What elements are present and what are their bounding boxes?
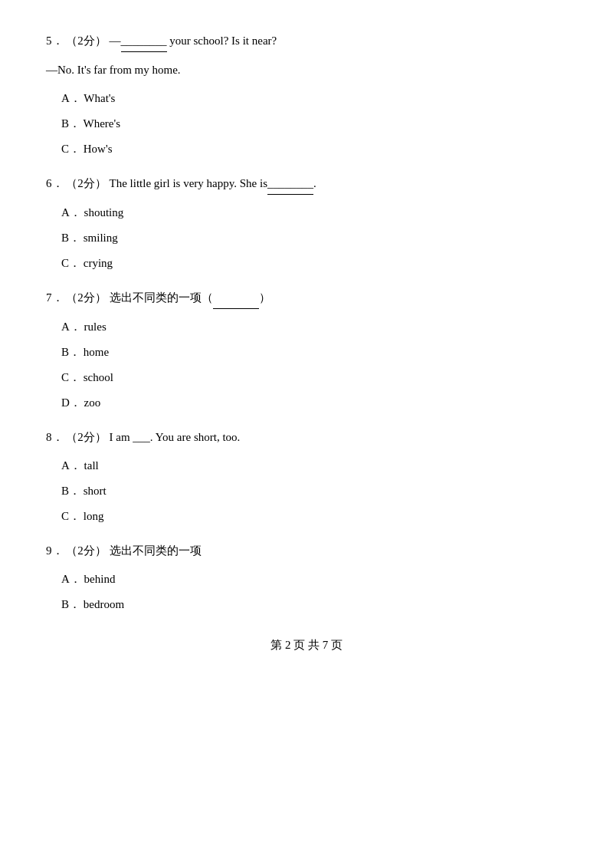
q6-option-c: C． crying xyxy=(46,253,567,274)
q7-option-c-label: C． xyxy=(61,371,80,383)
q6-option-b-text: smiling xyxy=(84,232,118,244)
q7-number: 7． xyxy=(46,291,64,304)
q7-option-a: A． rules xyxy=(46,317,567,337)
q5-blank: ________ xyxy=(121,31,167,52)
question-7-title: 7． （2分） 选出不同类的一项（ ） xyxy=(46,288,567,309)
q9-option-b-text: bedroom xyxy=(84,598,124,610)
q6-text-before: The little girl is very happy. She is xyxy=(110,177,268,189)
question-5: 5． （2分） —________ your school? Is it nea… xyxy=(46,31,567,159)
q9-option-a: A． behind xyxy=(46,569,567,590)
q6-option-a: A． shouting xyxy=(46,202,567,223)
q8-option-b-label: B． xyxy=(61,485,80,497)
q7-option-a-text: rules xyxy=(84,321,107,333)
q8-text: I am ___. You are short, too. xyxy=(110,431,241,443)
q9-number: 9． xyxy=(46,544,64,557)
q5-option-b-label: B． xyxy=(61,117,80,130)
q7-points: （2分） xyxy=(66,291,107,304)
q5-text-after: your school? Is it near? xyxy=(167,35,277,47)
q6-blank: ________ xyxy=(267,173,313,195)
q7-option-a-label: A． xyxy=(61,321,81,333)
q5-option-a: A． What's xyxy=(46,88,567,109)
q7-option-b-text: home xyxy=(84,346,109,358)
question-5-title: 5． （2分） —________ your school? Is it nea… xyxy=(46,31,567,52)
q5-option-a-label: A． xyxy=(61,92,81,104)
page-footer: 第 2 页 共 7 页 xyxy=(46,638,567,653)
q7-option-d-label: D． xyxy=(61,396,81,409)
q6-points: （2分） xyxy=(66,177,107,189)
footer-text: 第 2 页 共 7 页 xyxy=(270,639,343,651)
q6-text-after: . xyxy=(313,177,316,189)
q9-option-b: B． bedroom xyxy=(46,594,567,615)
q7-text-before: 选出不同类的一项（ xyxy=(110,291,213,304)
question-8-title: 8． （2分） I am ___. You are short, too. xyxy=(46,427,567,448)
q7-option-c-text: school xyxy=(84,371,113,383)
q5-option-c-text: How's xyxy=(84,143,113,155)
q6-number: 6． xyxy=(46,177,64,189)
question-9-title: 9． （2分） 选出不同类的一项 xyxy=(46,541,567,561)
q6-option-c-text: crying xyxy=(84,257,113,269)
q6-option-a-text: shouting xyxy=(84,206,124,219)
q8-option-a: A． tall xyxy=(46,455,567,476)
q5-option-b: B． Where's xyxy=(46,113,567,134)
question-7: 7． （2分） 选出不同类的一项（ ） A． rules B． home C． … xyxy=(46,288,567,413)
q5-points: （2分） xyxy=(66,35,107,47)
q7-option-d: D． zoo xyxy=(46,393,567,413)
q5-dialogue: —No. It's far from my home. xyxy=(46,60,567,81)
q5-option-a-text: What's xyxy=(84,92,115,104)
q8-option-b: B． short xyxy=(46,481,567,501)
q9-points: （2分） xyxy=(66,544,107,557)
question-9: 9． （2分） 选出不同类的一项 A． behind B． bedroom xyxy=(46,541,567,615)
q5-option-c-label: C． xyxy=(61,143,80,155)
question-8: 8． （2分） I am ___. You are short, too. A．… xyxy=(46,427,567,527)
q8-option-b-text: short xyxy=(84,485,107,497)
q7-option-b-label: B． xyxy=(61,346,80,358)
q7-text-after: ） xyxy=(259,291,270,304)
q8-option-a-text: tall xyxy=(84,459,99,472)
q8-option-a-label: A． xyxy=(61,459,81,472)
q8-option-c-text: long xyxy=(84,510,104,522)
q6-option-c-label: C． xyxy=(61,257,80,269)
q6-option-b-label: B． xyxy=(61,232,80,244)
q7-option-b: B． home xyxy=(46,342,567,363)
q5-option-b-text: Where's xyxy=(84,117,121,130)
q9-option-b-label: B． xyxy=(61,598,80,610)
q8-points: （2分） xyxy=(66,431,107,443)
question-6-title: 6． （2分） The little girl is very happy. S… xyxy=(46,173,567,195)
q5-option-c: C． How's xyxy=(46,139,567,159)
q8-option-c: C． long xyxy=(46,506,567,527)
q6-option-b: B． smiling xyxy=(46,228,567,248)
q6-option-a-label: A． xyxy=(61,206,81,219)
q9-text: 选出不同类的一项 xyxy=(110,544,202,557)
q9-option-a-label: A． xyxy=(61,573,81,585)
q5-number: 5． xyxy=(46,35,64,47)
q9-option-a-text: behind xyxy=(84,573,116,585)
q7-option-d-text: zoo xyxy=(84,396,101,409)
question-6: 6． （2分） The little girl is very happy. S… xyxy=(46,173,567,274)
q7-option-c: C． school xyxy=(46,367,567,388)
q5-text-before: — xyxy=(110,35,121,47)
q8-number: 8． xyxy=(46,431,64,443)
q7-blank xyxy=(213,288,259,309)
q8-option-c-label: C． xyxy=(61,510,80,522)
